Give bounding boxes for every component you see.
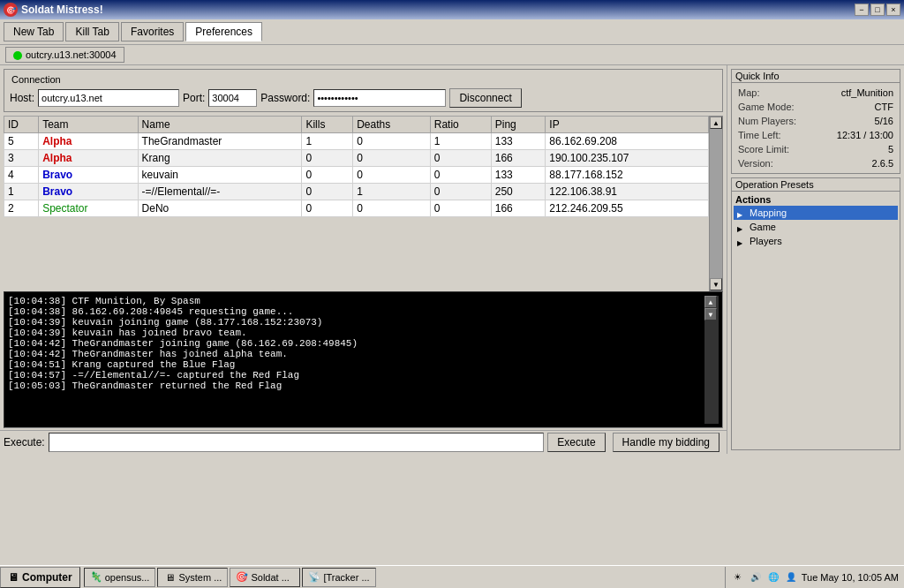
- cell-ip: 88.177.168.152: [546, 167, 709, 184]
- quick-info-row: Score Limit:5: [735, 143, 896, 155]
- server-tab[interactable]: outcry.u13.net:30004: [5, 47, 124, 63]
- cell-deaths: 0: [353, 200, 431, 217]
- taskbar-items: 🦎 opensus... 🖥 System ... 🎯 Soldat ... 📡…: [80, 568, 725, 587]
- action-item-players[interactable]: Players: [734, 234, 898, 248]
- password-input[interactable]: [313, 89, 446, 107]
- taskbar-item-soldat[interactable]: 🎯 Soldat ...: [230, 568, 300, 587]
- qi-label: Map:: [735, 87, 816, 99]
- scroll-down-button[interactable]: ▼: [710, 278, 722, 290]
- quick-info: Quick Info Map:ctf_MunitionGame Mode:CTF…: [731, 69, 900, 174]
- qi-value: ctf_Munition: [817, 87, 896, 99]
- action-label: Players: [750, 236, 782, 246]
- qi-value: 2.6.5: [817, 157, 896, 170]
- cell-kills: 0: [302, 167, 353, 184]
- table-row[interactable]: 1 Bravo -=//Elemental//=- 0 1 0 250 122.…: [4, 184, 709, 200]
- table-row[interactable]: 4 Bravo keuvain 0 0 0 133 88.177.168.152: [4, 167, 709, 184]
- titlebar-controls: − □ ×: [855, 4, 900, 16]
- cell-kills: 0: [302, 184, 353, 200]
- cell-ping: 250: [491, 184, 546, 200]
- maximize-button[interactable]: □: [870, 4, 885, 16]
- table-row[interactable]: 2 Spectator DeNo 0 0 0 166 212.246.209.5…: [4, 200, 709, 217]
- log-scroll-up[interactable]: ▲: [704, 296, 717, 308]
- quick-info-tbody: Map:ctf_MunitionGame Mode:CTFNum Players…: [735, 87, 896, 170]
- cell-name: TheGrandmaster: [138, 133, 302, 150]
- quick-info-row: Time Left:12:31 / 13:00: [735, 129, 896, 141]
- taskbar-soldat-label: Soldat ...: [251, 572, 289, 583]
- col-ping: Ping: [491, 117, 546, 133]
- quick-info-row: Game Mode:CTF: [735, 101, 896, 113]
- cell-id: 2: [4, 200, 39, 217]
- tab-kill[interactable]: Kill Tab: [65, 22, 118, 41]
- cell-ratio: 1: [430, 133, 491, 150]
- table-wrapper: ID Team Name Kills Deaths Ratio Ping IP: [4, 116, 709, 291]
- connection-status-dot: [13, 51, 22, 60]
- col-kills: Kills: [302, 117, 353, 133]
- log-scrollbar[interactable]: ▲ ▼: [704, 296, 719, 424]
- col-id: ID: [4, 117, 39, 133]
- cell-team: Alpha: [39, 150, 138, 167]
- minimize-button[interactable]: −: [855, 4, 869, 16]
- start-button[interactable]: 🖥 Computer: [0, 567, 80, 588]
- action-arrow: [737, 237, 746, 245]
- cell-id: 1: [4, 184, 39, 200]
- action-item-mapping[interactable]: Mapping: [734, 206, 898, 220]
- cell-team: Spectator: [39, 200, 138, 217]
- tab-preferences[interactable]: Preferences: [185, 22, 262, 41]
- log-line: [10:04:39] keuvain joining game (88.177.…: [8, 317, 704, 328]
- cell-id: 4: [4, 167, 39, 184]
- action-label: Mapping: [750, 207, 787, 218]
- cell-name: DeNo: [138, 200, 302, 217]
- log-line: [10:04:38] CTF Munition, By Spasm: [8, 296, 704, 306]
- tray-icon-2: 🔊: [749, 570, 763, 584]
- log-scroll-down[interactable]: ▼: [704, 308, 717, 320]
- table-scrollbar[interactable]: ▲ ▼: [709, 116, 723, 291]
- port-input[interactable]: [208, 89, 257, 107]
- execute-label: Execute:: [4, 436, 45, 449]
- menubar: New Tab Kill Tab Favorites Preferences: [0, 19, 904, 45]
- taskbar-system-label: System ...: [178, 572, 222, 583]
- taskbar-item-opensuse[interactable]: 🦎 opensus...: [84, 568, 156, 587]
- disconnect-button[interactable]: Disconnect: [449, 88, 521, 108]
- connection-legend: Connection: [10, 74, 63, 85]
- taskbar-item-tracker[interactable]: 📡 [Tracker ...: [302, 568, 375, 587]
- cell-ping: 166: [491, 200, 546, 217]
- cell-ratio: 0: [430, 167, 491, 184]
- action-arrow: [737, 208, 746, 217]
- log-line: [10:04:51] Krang captured the Blue Flag: [8, 359, 704, 370]
- table-row[interactable]: 3 Alpha Krang 0 0 0 166 190.100.235.107: [4, 150, 709, 167]
- close-button[interactable]: ×: [886, 4, 900, 16]
- tab-new[interactable]: New Tab: [4, 22, 64, 41]
- scroll-up-button[interactable]: ▲: [710, 117, 722, 129]
- cell-kills: 0: [302, 200, 353, 217]
- cell-name: keuvain: [138, 167, 302, 184]
- handle-bidding-button[interactable]: Handle my bidding: [613, 433, 719, 452]
- taskbar-tracker-label: [Tracker ...: [323, 572, 369, 583]
- table-row[interactable]: 5 Alpha TheGrandmaster 1 0 1 133 86.162.…: [4, 133, 709, 150]
- log-line: [10:05:03] TheGrandmaster returned the R…: [8, 381, 704, 391]
- cell-id: 3: [4, 150, 39, 167]
- server-address: outcry.u13.net:30004: [26, 49, 117, 60]
- cell-ping: 133: [491, 167, 546, 184]
- qi-label: Time Left:: [735, 129, 816, 141]
- tab-favorites[interactable]: Favorites: [121, 22, 184, 41]
- quick-info-title: Quick Info: [732, 70, 900, 83]
- log-area: [10:04:38] CTF Munition, By Spasm[10:04:…: [4, 291, 723, 428]
- scroll-track: [710, 129, 722, 278]
- player-tbody: 5 Alpha TheGrandmaster 1 0 1 133 86.162.…: [4, 133, 709, 217]
- taskbar-item-system[interactable]: 🖥 System ...: [157, 568, 228, 587]
- execute-input[interactable]: [49, 433, 545, 452]
- cell-ip: 122.106.38.91: [546, 184, 709, 200]
- cell-deaths: 0: [353, 150, 431, 167]
- port-label: Port:: [183, 92, 205, 104]
- host-input[interactable]: [38, 89, 179, 107]
- col-team: Team: [39, 117, 138, 133]
- connection-group: Connection Host: Port: Password: Disconn…: [4, 69, 723, 112]
- qi-value: 12:31 / 13:00: [817, 129, 896, 141]
- right-panel: Quick Info Map:ctf_MunitionGame Mode:CTF…: [727, 65, 904, 454]
- execute-button[interactable]: Execute: [547, 433, 605, 452]
- cell-deaths: 0: [353, 133, 431, 150]
- content-area: Connection Host: Port: Password: Disconn…: [0, 65, 904, 454]
- execute-row: Execute: Execute Handle my bidding: [0, 430, 727, 454]
- action-item-game[interactable]: Game: [734, 220, 898, 234]
- log-line: [10:04:39] keuvain has joined bravo team…: [8, 328, 704, 338]
